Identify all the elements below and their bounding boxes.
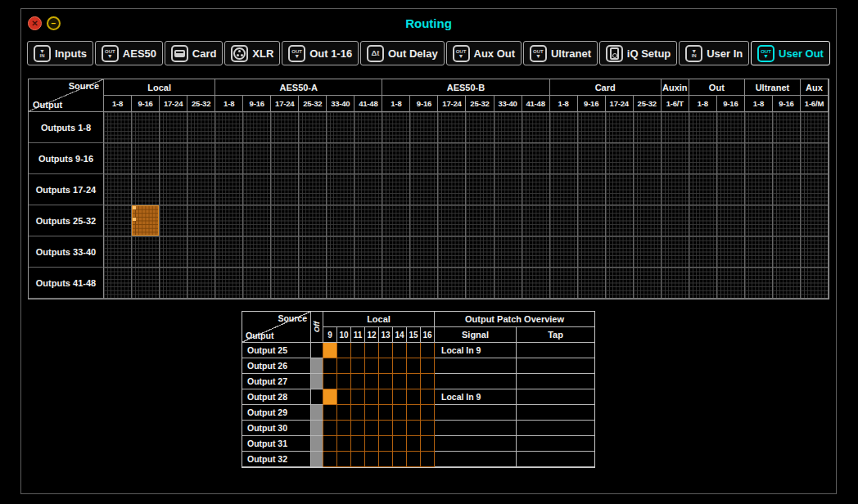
matrix-cell[interactable] bbox=[773, 205, 801, 236]
matrix-cell[interactable] bbox=[327, 205, 354, 236]
matrix-cell[interactable] bbox=[299, 205, 327, 236]
matrix-cell[interactable] bbox=[104, 236, 132, 268]
tab-ultranet[interactable]: OUT▼Ultranet bbox=[523, 41, 598, 65]
matrix-cell[interactable] bbox=[299, 268, 327, 299]
matrix-cell[interactable] bbox=[494, 112, 522, 143]
matrix-cell[interactable] bbox=[382, 205, 410, 236]
patch-cell[interactable] bbox=[337, 389, 351, 405]
matrix-cell[interactable] bbox=[466, 236, 494, 268]
patch-cell[interactable] bbox=[407, 452, 421, 467]
matrix-cell[interactable] bbox=[160, 174, 187, 205]
patch-cell[interactable] bbox=[351, 374, 365, 389]
matrix-cell[interactable] bbox=[522, 143, 550, 174]
matrix-cell[interactable] bbox=[104, 268, 132, 299]
patch-cell[interactable] bbox=[337, 374, 351, 389]
matrix-cell[interactable] bbox=[160, 143, 187, 174]
matrix-cell[interactable] bbox=[494, 268, 522, 299]
matrix-cell[interactable] bbox=[299, 112, 327, 143]
matrix-cell[interactable] bbox=[494, 174, 522, 205]
patch-cell[interactable] bbox=[421, 405, 435, 421]
off-cell[interactable] bbox=[311, 389, 323, 405]
patch-cell[interactable] bbox=[421, 343, 435, 358]
patch-cell[interactable] bbox=[365, 374, 379, 389]
patch-cell[interactable] bbox=[407, 343, 421, 358]
matrix-cell[interactable] bbox=[466, 143, 494, 174]
patch-cell[interactable] bbox=[323, 343, 337, 358]
matrix-cell[interactable] bbox=[466, 268, 494, 299]
tab-card[interactable]: Card bbox=[165, 41, 224, 65]
matrix-cell[interactable] bbox=[438, 174, 466, 205]
patch-cell[interactable] bbox=[365, 405, 379, 421]
matrix-cell[interactable] bbox=[550, 112, 578, 143]
matrix-cell[interactable] bbox=[243, 143, 271, 174]
off-cell[interactable] bbox=[311, 405, 323, 421]
off-cell[interactable] bbox=[311, 452, 323, 467]
patch-cell[interactable] bbox=[407, 358, 421, 374]
patch-cell[interactable] bbox=[393, 343, 407, 358]
matrix-cell[interactable] bbox=[606, 268, 634, 299]
patch-cell[interactable] bbox=[323, 374, 337, 389]
patch-cell[interactable] bbox=[379, 343, 393, 358]
matrix-cell[interactable] bbox=[494, 205, 522, 236]
matrix-cell[interactable] bbox=[578, 112, 606, 143]
matrix-cell[interactable] bbox=[132, 174, 160, 205]
matrix-cell[interactable] bbox=[243, 112, 271, 143]
matrix-cell[interactable] bbox=[354, 143, 382, 174]
matrix-cell[interactable] bbox=[634, 236, 662, 268]
matrix-cell[interactable] bbox=[243, 205, 271, 236]
patch-cell[interactable] bbox=[379, 405, 393, 421]
matrix-cell[interactable] bbox=[606, 205, 634, 236]
matrix-cell[interactable] bbox=[187, 236, 215, 268]
matrix-cell[interactable] bbox=[187, 268, 215, 299]
matrix-cell[interactable] bbox=[215, 174, 243, 205]
matrix-cell[interactable] bbox=[606, 174, 634, 205]
matrix-cell[interactable] bbox=[438, 143, 466, 174]
matrix-cell[interactable] bbox=[382, 236, 410, 268]
patch-cell[interactable] bbox=[337, 452, 351, 467]
matrix-cell[interactable] bbox=[132, 236, 160, 268]
tab-out-delay[interactable]: ΔtOut Delay bbox=[360, 41, 445, 65]
matrix-cell[interactable] bbox=[215, 143, 243, 174]
matrix-cell[interactable] bbox=[662, 112, 689, 143]
matrix-cell[interactable] bbox=[104, 112, 132, 143]
off-cell[interactable] bbox=[311, 358, 323, 374]
patch-cell[interactable] bbox=[393, 405, 407, 421]
matrix-cell[interactable] bbox=[773, 268, 801, 299]
patch-cell[interactable] bbox=[337, 421, 351, 436]
matrix-cell[interactable] bbox=[578, 205, 606, 236]
patch-cell[interactable] bbox=[393, 421, 407, 436]
patch-cell[interactable] bbox=[323, 452, 337, 467]
matrix-cell[interactable] bbox=[717, 268, 745, 299]
matrix-cell[interactable] bbox=[745, 112, 773, 143]
patch-cell[interactable] bbox=[407, 421, 421, 436]
matrix-cell[interactable] bbox=[745, 143, 773, 174]
matrix-cell[interactable] bbox=[160, 112, 187, 143]
tab-out-1-16[interactable]: OUT▼Out 1-16 bbox=[282, 41, 359, 65]
matrix-cell[interactable] bbox=[354, 205, 382, 236]
matrix-cell-selected[interactable] bbox=[132, 205, 160, 236]
matrix-cell[interactable] bbox=[494, 236, 522, 268]
patch-cell[interactable] bbox=[323, 358, 337, 374]
patch-cell[interactable] bbox=[351, 452, 365, 467]
patch-cell[interactable] bbox=[323, 436, 337, 452]
matrix-cell[interactable] bbox=[689, 174, 717, 205]
patch-cell[interactable] bbox=[379, 421, 393, 436]
patch-cell[interactable] bbox=[351, 343, 365, 358]
matrix-cell[interactable] bbox=[243, 174, 271, 205]
matrix-cell[interactable] bbox=[187, 112, 215, 143]
matrix-cell[interactable] bbox=[243, 236, 271, 268]
matrix-cell[interactable] bbox=[773, 174, 801, 205]
patch-cell[interactable] bbox=[407, 389, 421, 405]
patch-cell[interactable] bbox=[393, 389, 407, 405]
patch-cell[interactable] bbox=[393, 452, 407, 467]
patch-cell[interactable] bbox=[407, 374, 421, 389]
matrix-cell[interactable] bbox=[550, 143, 578, 174]
matrix-cell[interactable] bbox=[717, 112, 745, 143]
matrix-cell[interactable] bbox=[662, 205, 689, 236]
tab-aes50[interactable]: OUT▼AES50 bbox=[95, 41, 163, 65]
matrix-cell[interactable] bbox=[550, 268, 578, 299]
matrix-cell[interactable] bbox=[717, 236, 745, 268]
matrix-cell[interactable] bbox=[132, 112, 160, 143]
patch-cell[interactable] bbox=[421, 389, 435, 405]
patch-cell[interactable] bbox=[365, 421, 379, 436]
